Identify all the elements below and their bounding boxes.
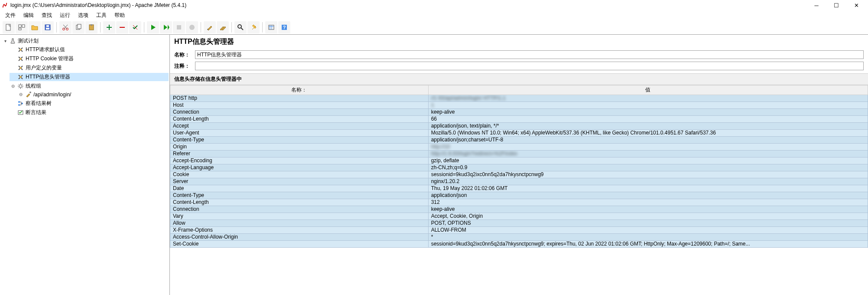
cell-value[interactable]: ALLOW-FROM: [428, 227, 868, 234]
table-row[interactable]: Set-Cookiesessionid=9kud3q2ixc0nn5q2da7h…: [170, 241, 868, 248]
cell-value[interactable]: application/json, text/plain, */*: [428, 123, 868, 130]
cell-value[interactable]: Thu, 19 May 2022 01:02:06 GMT: [428, 185, 868, 192]
cell-value[interactable]: http://10: [428, 144, 868, 151]
cell-value[interactable]: sessionid=9kud3q2ixc0nn5q2da7hkysnctpcnw…: [428, 171, 868, 178]
cell-name[interactable]: Connection: [170, 109, 429, 116]
cell-name[interactable]: Origin: [170, 144, 429, 151]
cell-value[interactable]: *: [428, 234, 868, 241]
expand-button[interactable]: [103, 21, 115, 33]
cell-value[interactable]: nginx/1.20.2: [428, 178, 868, 185]
cell-value[interactable]: zh-CN,zh;q=0.9: [428, 164, 868, 171]
menu-工具[interactable]: 工具: [93, 11, 110, 20]
shutdown-button[interactable]: [186, 21, 198, 33]
tree-item[interactable]: 用户定义的变量: [10, 64, 169, 72]
reset-search-button[interactable]: [247, 21, 260, 33]
open-button[interactable]: [29, 21, 41, 33]
table-row[interactable]: Cookiesessionid=9kud3q2ixc0nn5q2da7hkysn…: [170, 171, 868, 178]
cell-name[interactable]: Accept: [170, 123, 429, 130]
close-button[interactable]: ✕: [846, 0, 866, 10]
help-button[interactable]: ?: [278, 21, 290, 33]
cell-value[interactable]: gzip, deflate: [428, 157, 868, 164]
table-row[interactable]: Servernginx/1.20.2: [170, 178, 868, 185]
cell-name[interactable]: Content-Length: [170, 116, 429, 123]
tree-item[interactable]: 察看结果树: [10, 99, 169, 108]
cell-name[interactable]: Connection: [170, 206, 429, 213]
comment-input[interactable]: [195, 62, 864, 70]
cell-name[interactable]: Allow: [170, 220, 429, 227]
cell-name[interactable]: X-Frame-Options: [170, 227, 429, 234]
table-row[interactable]: User-AgentMozilla/5.0 (Windows NT 10.0; …: [170, 130, 868, 137]
templates-button[interactable]: [16, 21, 28, 33]
tree-item[interactable]: 断言结果: [10, 108, 169, 117]
tree-root[interactable]: ▾测试计划: [2, 37, 169, 45]
name-input[interactable]: [195, 50, 864, 59]
cell-value[interactable]: keep-alive: [428, 109, 868, 116]
tree-item[interactable]: HTTP请求默认值: [10, 46, 169, 54]
menu-运行[interactable]: 运行: [56, 11, 74, 20]
table-row[interactable]: Connectionkeep-alive: [170, 206, 868, 213]
cell-value[interactable]: POST, OPTIONS: [428, 220, 868, 227]
cell-name[interactable]: Referer: [170, 151, 429, 157]
cell-name[interactable]: Accept-Encoding: [170, 157, 429, 164]
clear-all-button[interactable]: [217, 21, 229, 33]
collapse-button[interactable]: [116, 21, 128, 33]
start-button[interactable]: [147, 21, 159, 33]
table-row[interactable]: POST http//1 93/api/admin/login/ HTTP/1.…: [170, 95, 868, 102]
cell-name[interactable]: Accept-Language: [170, 164, 429, 171]
table-row[interactable]: Host1: [170, 102, 868, 109]
cell-value[interactable]: 312: [428, 199, 868, 206]
menu-编辑[interactable]: 编辑: [20, 11, 37, 20]
cell-name[interactable]: User-Agent: [170, 130, 429, 137]
toggle-button[interactable]: [129, 21, 141, 33]
table-row[interactable]: DateThu, 19 May 2022 01:02:06 GMT: [170, 185, 868, 192]
menu-查找[interactable]: 查找: [38, 11, 55, 20]
cell-value[interactable]: http://1 6.93/login?redirect=%2Findex: [428, 151, 868, 157]
table-row[interactable]: VaryAccept, Cookie, Origin: [170, 213, 868, 220]
tree-item[interactable]: HTTP Cookie 管理器: [10, 55, 169, 63]
tree-twisty[interactable]: ⊖: [10, 84, 16, 88]
menu-选项[interactable]: 选项: [75, 11, 92, 20]
cell-value[interactable]: keep-alive: [428, 206, 868, 213]
stop-button[interactable]: [173, 21, 185, 33]
tree-item[interactable]: ⊖/api/admin/login/: [17, 91, 169, 98]
new-button[interactable]: [3, 21, 15, 33]
cell-name[interactable]: Set-Cookie: [170, 241, 429, 248]
cell-value[interactable]: Accept, Cookie, Origin: [428, 213, 868, 220]
menu-文件[interactable]: 文件: [2, 11, 19, 20]
clear-button[interactable]: [204, 21, 216, 33]
table-row[interactable]: AllowPOST, OPTIONS: [170, 220, 868, 227]
table-row[interactable]: Accept-Languagezh-CN,zh;q=0.9: [170, 164, 868, 171]
table-row[interactable]: Content-Length66: [170, 116, 868, 123]
table-row[interactable]: Originhttp://10: [170, 144, 868, 151]
minimize-button[interactable]: ─: [806, 0, 826, 10]
table-row[interactable]: X-Frame-OptionsALLOW-FROM: [170, 227, 868, 234]
cell-name[interactable]: Date: [170, 185, 429, 192]
col-name[interactable]: 名称：: [170, 85, 429, 95]
table-row[interactable]: Connectionkeep-alive: [170, 109, 868, 116]
cell-name[interactable]: Content-Type: [170, 137, 429, 144]
copy-button[interactable]: [72, 21, 85, 33]
function-helper-button[interactable]: [265, 21, 277, 33]
cell-value[interactable]: //1 93/api/admin/login/ HTTP/1.1: [428, 95, 868, 102]
tree-twisty[interactable]: ⊖: [18, 92, 23, 97]
start-no-timers-button[interactable]: [160, 21, 172, 33]
cell-value[interactable]: application/json: [428, 192, 868, 199]
cell-name[interactable]: Vary: [170, 213, 429, 220]
table-row[interactable]: Content-Typeapplication/json: [170, 192, 868, 199]
maximize-button[interactable]: ☐: [826, 0, 846, 10]
cell-value[interactable]: Mozilla/5.0 (Windows NT 10.0; Win64; x64…: [428, 130, 868, 137]
table-row[interactable]: Access-Control-Allow-Origin*: [170, 234, 868, 241]
cell-name[interactable]: Content-Length: [170, 199, 429, 206]
cell-name[interactable]: Cookie: [170, 171, 429, 178]
table-row[interactable]: Acceptapplication/json, text/plain, */*: [170, 123, 868, 130]
cell-name[interactable]: Server: [170, 178, 429, 185]
table-row[interactable]: Content-Length312: [170, 199, 868, 206]
cell-name[interactable]: POST http: [170, 95, 429, 102]
tree-item[interactable]: ⊖线程组: [10, 82, 169, 90]
save-button[interactable]: [42, 21, 54, 33]
paste-button[interactable]: [85, 21, 98, 33]
cell-value[interactable]: 66: [428, 116, 868, 123]
tree-item[interactable]: HTTP信息头管理器: [10, 73, 169, 81]
cell-name[interactable]: Content-Type: [170, 192, 429, 199]
cell-value[interactable]: application/json;charset=UTF-8: [428, 137, 868, 144]
